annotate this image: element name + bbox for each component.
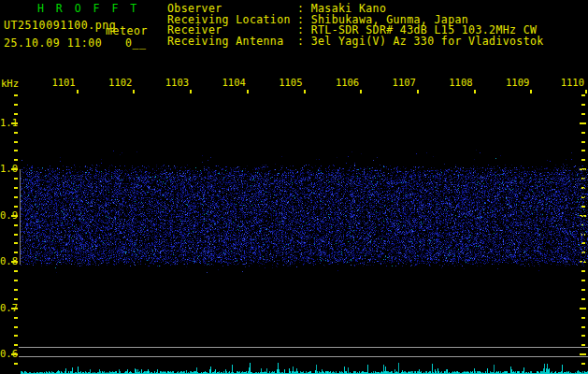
axis-tick xyxy=(14,335,18,337)
axis-tick xyxy=(14,298,18,300)
axis-tick xyxy=(581,289,585,291)
axis-tick xyxy=(14,344,18,346)
axis-tick xyxy=(133,90,135,94)
time-axis-label: 1103 xyxy=(148,78,189,88)
axis-tick xyxy=(14,94,18,96)
axis-tick xyxy=(14,363,18,365)
axis-tick xyxy=(304,90,306,94)
axis-tick xyxy=(580,308,586,309)
axis-tick xyxy=(581,94,585,96)
axis-tick xyxy=(14,104,18,106)
time-axis-label: 1110 xyxy=(543,78,584,88)
axis-tick xyxy=(580,353,586,355)
field-separator: : xyxy=(297,35,304,48)
reference-line-lower xyxy=(19,356,588,357)
axis-tick xyxy=(474,90,476,94)
axis-tick xyxy=(14,270,18,272)
spectrogram-noise-band xyxy=(21,150,588,273)
axis-tick xyxy=(14,113,18,115)
axis-tick xyxy=(247,90,249,94)
axis-tick xyxy=(580,122,586,124)
axis-tick xyxy=(190,90,192,94)
axis-tick xyxy=(14,132,18,134)
axis-tick xyxy=(14,141,18,143)
axis-tick xyxy=(530,90,532,94)
axis-tick xyxy=(581,335,585,337)
axis-tick xyxy=(14,224,18,226)
axis-tick xyxy=(14,252,18,253)
axis-tick xyxy=(581,104,585,106)
axis-tick xyxy=(581,326,585,328)
time-axis-label: 1109 xyxy=(488,78,529,88)
field-value: 3el Yagi(V) Az 330 for Vladivostok xyxy=(311,35,544,48)
time-axis-label: 1107 xyxy=(375,78,416,88)
axis-tick xyxy=(581,344,585,346)
axis-tick xyxy=(585,90,587,94)
time-axis-label: 1101 xyxy=(35,78,76,88)
time-axis-label: 1104 xyxy=(205,78,246,88)
reference-line-upper xyxy=(19,347,588,348)
time-axis-label: 1102 xyxy=(91,78,132,88)
axis-tick xyxy=(14,196,18,198)
axis-tick xyxy=(14,178,18,180)
status-counter: 0__ xyxy=(125,37,147,49)
axis-tick xyxy=(14,150,18,151)
app-title: H R O F F T xyxy=(37,3,139,14)
axis-tick xyxy=(581,298,585,300)
station-label: meteor xyxy=(106,25,148,36)
freq-axis-label: 0.6 xyxy=(0,349,18,359)
axis-tick xyxy=(14,289,18,291)
y-axis-unit-label: kHz xyxy=(1,79,19,89)
axis-tick xyxy=(581,280,585,281)
axis-tick xyxy=(14,159,18,161)
axis-tick xyxy=(14,326,18,328)
time-axis-label: 1105 xyxy=(262,78,303,88)
time-axis-label: 1106 xyxy=(318,78,359,88)
freq-axis-label: 1.0 xyxy=(0,164,18,174)
axis-tick xyxy=(360,90,362,94)
freq-axis-label: 0.8 xyxy=(0,256,18,266)
axis-tick xyxy=(14,234,18,236)
axis-tick xyxy=(14,317,18,319)
axis-tick xyxy=(14,280,18,281)
freq-axis-label: 0.9 xyxy=(0,210,18,221)
axis-tick xyxy=(14,187,18,189)
axis-tick xyxy=(581,141,585,143)
frame-datetime: 25.10.09 11:00 xyxy=(4,37,102,49)
freq-axis-label: 0.7 xyxy=(0,303,18,313)
axis-tick xyxy=(14,206,18,208)
freq-axis-label: 1.1 xyxy=(0,118,18,128)
axis-tick xyxy=(77,90,79,94)
header-field-row: Receiving Antenna: 3el Yagi(V) Az 330 fo… xyxy=(167,36,544,47)
axis-tick xyxy=(581,132,585,134)
signal-level-trace xyxy=(21,361,588,374)
axis-tick xyxy=(14,242,18,244)
time-axis-label: 1108 xyxy=(432,78,473,88)
field-label: Receiving Antenna xyxy=(167,36,297,47)
hrofft-screenshot: H R O F F T UT2510091100.png meteor 25.1… xyxy=(0,0,588,374)
axis-tick xyxy=(417,90,419,94)
axis-tick xyxy=(581,317,585,319)
axis-tick xyxy=(581,113,585,115)
output-filename: UT2510091100.png xyxy=(4,20,116,31)
